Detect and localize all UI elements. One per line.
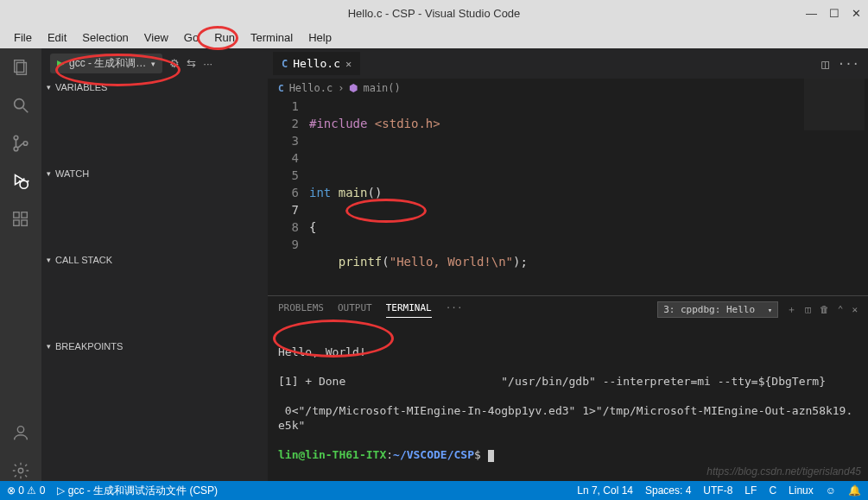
watch-header[interactable]: ▾WATCH <box>41 165 268 182</box>
tab-hello-c[interactable]: C Hello.c ✕ <box>273 52 360 75</box>
account-icon[interactable] <box>10 422 31 443</box>
svg-point-17 <box>18 468 23 473</box>
swap-icon[interactable]: ⇆ <box>187 57 196 70</box>
split-editor-icon[interactable]: ◫ <box>821 57 828 71</box>
more-icon[interactable]: ··· <box>203 57 212 70</box>
svg-point-16 <box>17 427 23 433</box>
window-controls: — ☐ ✕ <box>806 7 861 20</box>
terminal-output-line: [1] + Done "/usr/bin/gdb" --interpreter=… <box>278 374 858 389</box>
svg-point-2 <box>15 99 24 109</box>
svg-rect-14 <box>22 220 27 225</box>
svg-point-4 <box>14 136 18 140</box>
debug-sidebar: ▶ gcc - 生成和调… ▾ ⚙ ⇆ ··· ▾VARIABLES ▾WATC… <box>41 48 268 481</box>
settings-icon[interactable] <box>10 460 31 481</box>
gear-icon[interactable]: ⚙ <box>169 57 180 70</box>
minimap[interactable] <box>804 79 865 130</box>
bottom-panel: PROBLEMS OUTPUT TERMINAL ··· 3: cppdbg: … <box>268 295 868 481</box>
extensions-icon[interactable] <box>10 209 31 230</box>
status-debug-config[interactable]: ▷ gcc - 生成和调试活动文件 (CSP) <box>57 484 218 498</box>
tab-output[interactable]: OUTPUT <box>338 302 372 317</box>
c-file-icon: C <box>278 83 284 94</box>
code-lines: #include <stdio.h> int main() { printf("… <box>309 98 868 295</box>
variables-header[interactable]: ▾VARIABLES <box>41 79 268 96</box>
editor-tabs: C Hello.c ✕ ◫ ··· <box>268 48 868 79</box>
play-icon: ▶ <box>57 58 64 69</box>
chevron-down-icon: ▾ <box>151 60 155 68</box>
tab-problems[interactable]: PROBLEMS <box>278 302 324 317</box>
panel-tabs: PROBLEMS OUTPUT TERMINAL ··· 3: cppdbg: … <box>268 296 868 323</box>
svg-point-5 <box>14 147 18 151</box>
new-terminal-icon[interactable]: ＋ <box>787 303 796 316</box>
callstack-header[interactable]: ▾CALL STACK <box>41 251 268 269</box>
chevron-down-icon: ▾ <box>47 83 51 92</box>
tab-label: Hello.c <box>293 57 340 70</box>
code-editor[interactable]: 123456789 #include <stdio.h> int main() … <box>268 98 868 295</box>
explorer-icon[interactable] <box>10 57 31 78</box>
c-file-icon: C <box>282 58 288 70</box>
menu-terminal[interactable]: Terminal <box>244 29 300 46</box>
svg-line-3 <box>23 108 29 113</box>
activity-bar <box>0 48 41 481</box>
line-gutter: 123456789 <box>268 98 309 295</box>
svg-rect-12 <box>14 212 19 218</box>
run-debug-icon[interactable] <box>10 171 31 192</box>
status-errors[interactable]: ⊗ 0 ⚠ 0 <box>7 484 45 497</box>
menu-edit[interactable]: Edit <box>41 29 73 46</box>
menu-selection[interactable]: Selection <box>75 29 135 46</box>
debug-toolbar: ▶ gcc - 生成和调… ▾ ⚙ ⇆ ··· <box>41 48 268 79</box>
terminal-cursor <box>488 450 494 462</box>
svg-marker-7 <box>16 175 23 185</box>
editor-area: C Hello.c ✕ ◫ ··· C Hello.c › ⬢ main() 1… <box>268 48 868 481</box>
more-icon[interactable]: ··· <box>838 57 859 71</box>
terminal-output-line: 0<"/tmp/Microsoft-MIEngine-In-4ogbp1yv.e… <box>278 403 858 433</box>
search-icon[interactable] <box>10 95 31 116</box>
close-button[interactable]: ✕ <box>852 7 861 20</box>
menu-help[interactable]: Help <box>301 29 339 46</box>
minimize-button[interactable]: — <box>806 7 817 20</box>
menu-run[interactable]: Run <box>207 29 242 46</box>
breadcrumb[interactable]: C Hello.c › ⬢ main() <box>268 79 868 98</box>
chevron-up-icon[interactable]: ⌃ <box>838 304 844 315</box>
breakpoints-header[interactable]: ▾BREAKPOINTS <box>41 338 268 355</box>
workbench: ▶ gcc - 生成和调… ▾ ⚙ ⇆ ··· ▾VARIABLES ▾WATC… <box>0 48 868 481</box>
start-debug-button[interactable]: ▶ gcc - 生成和调… ▾ <box>50 54 162 73</box>
menu-view[interactable]: View <box>137 29 175 46</box>
terminal-prompt-line: lin@lin-TH61-ITX:~/VSCODE/CSP$ <box>278 447 858 462</box>
menu-bar: File Edit Selection View Go Run Terminal… <box>0 26 868 48</box>
svg-line-11 <box>27 180 29 182</box>
chevron-down-icon: ▾ <box>47 169 51 178</box>
menu-go[interactable]: Go <box>177 29 206 46</box>
watermark: https://blog.csdn.net/tigerisland45 <box>706 465 861 478</box>
menu-file[interactable]: File <box>7 29 39 46</box>
maximize-button[interactable]: ☐ <box>829 7 839 20</box>
svg-rect-13 <box>14 220 19 225</box>
title-bar: Hello.c - CSP - Visual Studio Code — ☐ ✕ <box>0 0 868 26</box>
window-title: Hello.c - CSP - Visual Studio Code <box>348 7 521 20</box>
terminal-output-line: Hello, World! <box>278 345 858 359</box>
split-terminal-icon[interactable]: ◫ <box>805 304 811 315</box>
debug-config-label: gcc - 生成和调… <box>69 56 146 71</box>
source-control-icon[interactable] <box>10 133 31 154</box>
trash-icon[interactable]: 🗑 <box>820 304 829 315</box>
terminal-selector[interactable]: 3: cppdbg: Hello ▾ <box>657 301 778 318</box>
chevron-down-icon: ▾ <box>768 306 772 314</box>
symbol-icon: ⬢ <box>349 82 358 94</box>
close-icon[interactable]: ✕ <box>345 58 352 70</box>
svg-point-6 <box>23 142 28 146</box>
tab-terminal[interactable]: TERMINAL <box>386 302 432 318</box>
tab-more[interactable]: ··· <box>446 302 463 317</box>
svg-rect-15 <box>22 212 27 218</box>
chevron-down-icon: ▾ <box>47 342 51 351</box>
chevron-down-icon: ▾ <box>47 256 51 264</box>
close-panel-icon[interactable]: ✕ <box>852 304 858 315</box>
